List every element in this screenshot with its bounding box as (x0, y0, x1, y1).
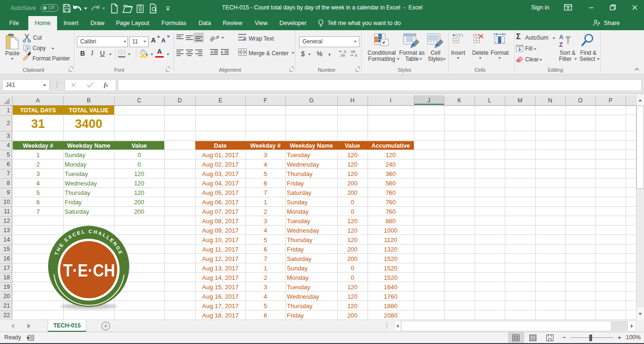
svg-text:A: A (559, 34, 564, 41)
svg-text:Z: Z (559, 41, 563, 48)
svg-text:ab: ab (209, 34, 216, 42)
svg-text:.00: .00 (340, 53, 345, 57)
svg-text:T·E·CH: T·E·CH (63, 261, 115, 280)
svg-text:.0: .0 (354, 53, 357, 57)
svg-text:≠: ≠ (382, 40, 385, 45)
